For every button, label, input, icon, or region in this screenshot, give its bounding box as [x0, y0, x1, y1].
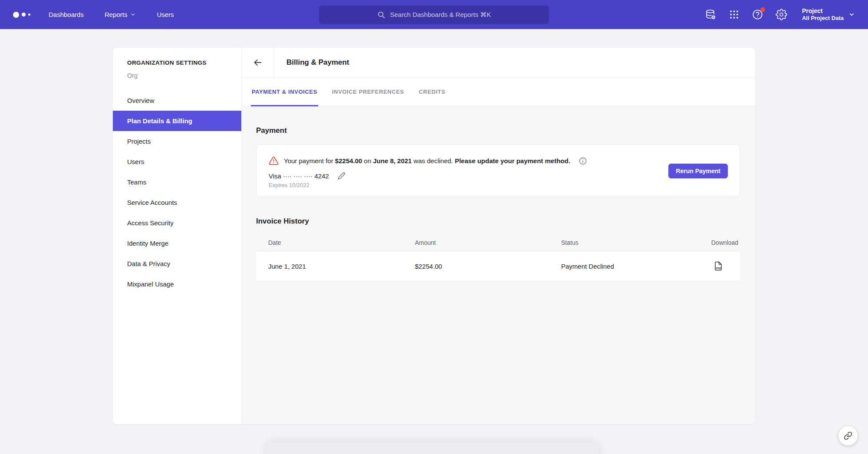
invoice-table-row: June 1, 2021 $2254.00 Payment Declined P… — [256, 251, 740, 281]
settings-gear-icon — [776, 9, 787, 20]
sidebar-item-label: Data & Privacy — [127, 260, 170, 267]
data-management-button[interactable] — [705, 9, 717, 20]
invoice-date-cell: June 1, 2021 — [268, 263, 415, 270]
billing-main: Billing & Payment PAYMENT & INVOICES INV… — [242, 48, 755, 424]
primary-nav-links: Dashboards Reports Users — [49, 11, 174, 18]
project-switcher-text: Project All Project Data — [802, 7, 844, 22]
sidebar-item-projects[interactable]: Projects — [113, 131, 241, 151]
invoice-amount-cell: $2254.00 — [415, 263, 561, 270]
org-name: Org — [113, 72, 241, 79]
sidebar-item-plan-details-billing[interactable]: Plan Details & Billing — [113, 111, 241, 131]
sidebar-item-label: Teams — [127, 178, 146, 186]
sidebar-item-label: Identity Merge — [127, 240, 168, 247]
sidebar-item-label: Plan Details & Billing — [127, 117, 192, 125]
payment-section-heading: Payment — [256, 126, 740, 135]
sidebar-item-label: Overview — [127, 97, 155, 104]
invoice-history-heading: Invoice History — [256, 217, 740, 226]
arrow-left-icon — [253, 58, 263, 67]
tab-label: CREDITS — [419, 89, 445, 95]
nav-link-label: Reports — [105, 11, 128, 18]
help-notification-badge — [760, 7, 765, 12]
nav-link-users[interactable]: Users — [157, 11, 174, 18]
nav-link-reports[interactable]: Reports — [105, 11, 136, 18]
svg-text:PDF: PDF — [716, 266, 722, 270]
page-title: Billing & Payment — [274, 48, 349, 77]
sidebar-item-overview[interactable]: Overview — [113, 90, 241, 111]
sidebar-item-label: Mixpanel Usage — [127, 280, 174, 288]
chevron-down-icon — [130, 12, 136, 17]
sidebar-item-label: Projects — [127, 138, 151, 145]
invoice-table-header: Date Amount Status Download — [256, 234, 740, 251]
alert-text: Your payment for $2254.00 on June 8, 202… — [284, 157, 570, 164]
nav-link-label: Users — [157, 11, 174, 18]
sidebar-item-users[interactable]: Users — [113, 151, 241, 172]
mixpanel-logo-icon[interactable] — [13, 12, 30, 18]
sidebar-item-teams[interactable]: Teams — [113, 172, 241, 192]
card-expiry: Expires 10/2022 — [269, 182, 727, 188]
column-header-amount: Amount — [415, 239, 561, 246]
sidebar-item-label: Access Security — [127, 219, 174, 227]
sidebar-item-service-accounts[interactable]: Service Accounts — [113, 192, 241, 213]
sidebar-title: ORGANIZATION SETTINGS — [113, 59, 241, 66]
chevron-down-icon — [848, 11, 855, 18]
back-button[interactable] — [242, 48, 274, 77]
nav-link-dashboards[interactable]: Dashboards — [49, 11, 84, 18]
global-search-input[interactable]: Search Dashboards & Reports ⌘K — [319, 5, 549, 24]
billing-tabs: PAYMENT & INVOICES INVOICE PREFERENCES C… — [242, 78, 755, 106]
settings-button[interactable] — [776, 9, 787, 20]
bottom-banner-peek — [266, 442, 599, 454]
card-number: Visa ···· ···· ···· 4242 — [269, 172, 329, 180]
search-placeholder: Search Dashboards & Reports ⌘K — [390, 11, 491, 19]
sidebar-items: Overview Plan Details & Billing Projects… — [113, 90, 241, 294]
declined-date: June 8, 2021 — [373, 157, 411, 164]
copy-link-button[interactable] — [838, 426, 858, 445]
tab-label: PAYMENT & INVOICES — [252, 89, 317, 95]
link-icon — [844, 431, 852, 440]
invoice-download-cell: PDF — [713, 261, 738, 271]
org-settings-panel: ORGANIZATION SETTINGS Org Overview Plan … — [113, 48, 755, 424]
edit-pencil-icon[interactable] — [338, 172, 345, 180]
tab-label: INVOICE PREFERENCES — [332, 89, 404, 95]
info-icon[interactable] — [579, 157, 587, 165]
rerun-payment-button[interactable]: Rerun Payment — [668, 164, 728, 178]
top-nav: Dashboards Reports Users Search Dashboar… — [0, 0, 868, 29]
alert-action-text: Please update your payment method. — [455, 157, 570, 164]
billing-content: Payment Your payment for $2254.00 on Jun… — [242, 106, 755, 424]
column-header-download: Download — [711, 239, 738, 246]
project-value: All Project Data — [802, 15, 844, 22]
invoice-history-table: Date Amount Status Download June 1, 2021… — [256, 234, 740, 281]
sidebar-item-label: Service Accounts — [127, 199, 177, 206]
tab-credits[interactable]: CREDITS — [419, 78, 445, 106]
sidebar-item-identity-merge[interactable]: Identity Merge — [113, 233, 241, 253]
download-pdf-icon[interactable]: PDF — [713, 261, 723, 271]
alert-text-fragment: on — [362, 157, 373, 164]
nav-right-controls: Project All Project Data — [705, 7, 855, 22]
column-header-date: Date — [268, 239, 415, 246]
tab-payment-invoices[interactable]: PAYMENT & INVOICES — [252, 78, 317, 106]
column-header-status: Status — [561, 239, 711, 246]
search-icon — [377, 10, 385, 19]
warning-triangle-icon — [269, 156, 279, 166]
alert-text-fragment: was declined. — [412, 157, 455, 164]
org-settings-sidebar: ORGANIZATION SETTINGS Org Overview Plan … — [113, 48, 242, 424]
apps-menu-button[interactable] — [729, 9, 740, 20]
tab-invoice-preferences[interactable]: INVOICE PREFERENCES — [332, 78, 404, 106]
billing-header: Billing & Payment — [242, 48, 755, 78]
sidebar-item-label: Users — [127, 158, 144, 165]
sidebar-item-access-security[interactable]: Access Security — [113, 213, 241, 233]
apps-grid-icon — [729, 9, 740, 20]
declined-amount: $2254.00 — [335, 157, 362, 164]
nav-link-label: Dashboards — [49, 11, 84, 18]
alert-text-fragment: Your payment for — [284, 157, 335, 164]
data-settings-icon — [705, 9, 717, 20]
invoice-status-cell: Payment Declined — [561, 263, 713, 270]
sidebar-item-mixpanel-usage[interactable]: Mixpanel Usage — [113, 274, 241, 294]
payment-declined-message: Your payment for $2254.00 on June 8, 202… — [269, 156, 727, 166]
help-button[interactable] — [752, 9, 763, 20]
payment-declined-card: Your payment for $2254.00 on June 8, 202… — [256, 144, 740, 197]
project-switcher[interactable]: Project All Project Data — [802, 7, 855, 22]
sidebar-item-data-privacy[interactable]: Data & Privacy — [113, 253, 241, 274]
project-label: Project — [802, 7, 844, 15]
payment-method-row: Visa ···· ···· ···· 4242 — [269, 172, 727, 180]
